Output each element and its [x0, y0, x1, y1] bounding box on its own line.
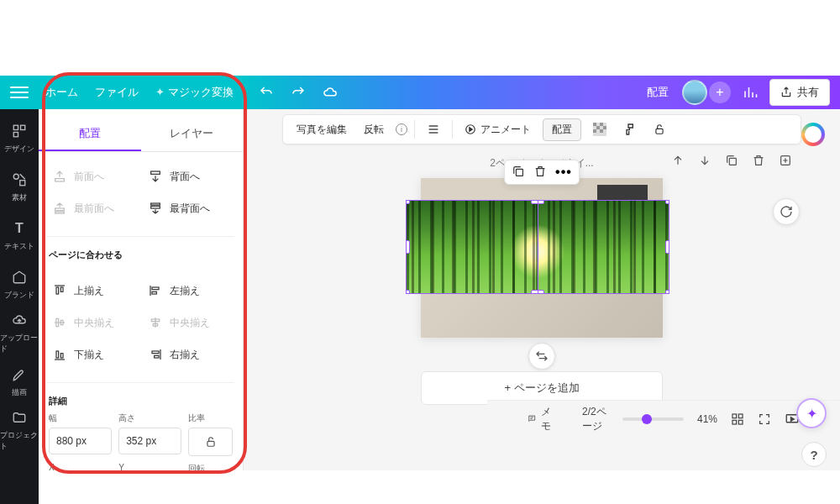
resize-handle-br[interactable] [665, 290, 669, 294]
align-left-button[interactable]: 左揃え [143, 276, 235, 305]
resize-handle-tl[interactable] [406, 200, 410, 204]
top-arrange-button[interactable]: 配置 [640, 81, 675, 103]
transparency-icon[interactable] [588, 119, 612, 139]
ratio-lock-button[interactable] [188, 428, 233, 456]
align-top-button[interactable]: 上揃え [47, 276, 139, 305]
magic-fab[interactable]: ✦ [796, 398, 827, 428]
rail-elements[interactable]: 素材 [0, 163, 39, 210]
swap-button[interactable] [528, 343, 555, 370]
selected-image[interactable] [406, 200, 669, 294]
rail-upload[interactable]: アップロード [0, 309, 39, 356]
arrange-button[interactable]: 配置 [543, 118, 581, 141]
bring-forward-button: 前面へ [47, 162, 139, 191]
mini-duplicate-icon[interactable] [512, 165, 525, 180]
edit-photo-button[interactable]: 写真を編集 [291, 119, 352, 140]
rail-text[interactable]: Tテキスト [0, 212, 39, 259]
resize-handle-mr[interactable] [665, 240, 669, 254]
delete-page-icon[interactable] [751, 153, 766, 168]
resize-handle-tr[interactable] [665, 200, 669, 204]
flip-button[interactable]: 反転 [359, 119, 389, 140]
topmenu-home[interactable]: ホーム [45, 85, 78, 100]
svg-rect-8 [55, 212, 65, 213]
align-bottom-button[interactable]: 下揃え [47, 340, 139, 369]
fit-to-page-heading: ページに合わせる [39, 240, 243, 266]
regenerate-button[interactable] [773, 198, 800, 225]
resize-handle-bl[interactable] [406, 290, 410, 294]
send-to-back-button[interactable]: 最背面へ [143, 194, 235, 223]
svg-rect-4 [20, 180, 25, 185]
svg-rect-46 [738, 414, 743, 418]
arrange-panel: 配置 レイヤー 前面へ 背面へ 最前面へ 最背面へ ページに合わせる 上揃え 左… [39, 109, 244, 470]
svg-rect-10 [150, 203, 160, 205]
notes-button[interactable]: メモ [528, 405, 555, 433]
svg-rect-5 [55, 179, 65, 181]
align-center-icon [148, 315, 163, 330]
notes-icon [528, 412, 536, 425]
rail-draw[interactable]: 描画 [0, 358, 39, 405]
rail-brand[interactable]: ブランド [0, 260, 39, 307]
rail-projects[interactable]: プロジェクト [0, 407, 39, 454]
svg-rect-24 [56, 351, 59, 358]
help-icon: ? [810, 448, 817, 462]
resize-handle-bm[interactable] [531, 290, 544, 294]
avatar[interactable] [682, 80, 707, 105]
page-indicator[interactable]: 2/2ページ [582, 405, 609, 433]
zoom-slider[interactable] [622, 417, 684, 421]
lock-icon [205, 436, 217, 448]
lock-icon[interactable] [648, 120, 670, 139]
align-right-button[interactable]: 右揃え [143, 340, 235, 369]
draw-icon [10, 365, 29, 384]
details-heading: 詳細 [39, 386, 243, 412]
canva-logo-badge[interactable] [801, 123, 825, 146]
share-button[interactable]: 共有 [769, 79, 830, 106]
redo-icon[interactable] [286, 80, 311, 105]
tab-arrange[interactable]: 配置 [39, 118, 141, 151]
svg-rect-37 [596, 126, 600, 129]
fullscreen-icon[interactable] [758, 412, 771, 426]
analytics-icon[interactable] [738, 80, 763, 105]
svg-rect-0 [13, 125, 18, 129]
info-icon[interactable]: i [396, 123, 407, 135]
width-input[interactable] [49, 428, 112, 454]
resize-handle-tm[interactable] [531, 200, 544, 204]
send-backward-button[interactable]: 背面へ [143, 162, 235, 191]
animate-button[interactable]: アニメート [459, 119, 536, 140]
send-backward-icon [148, 169, 163, 184]
swap-icon [535, 349, 549, 363]
bring-to-front-icon [52, 201, 67, 216]
selection-mini-toolbar: ••• [504, 160, 580, 185]
help-fab[interactable]: ? [801, 442, 827, 467]
width-label: 幅 [49, 412, 112, 424]
align-center-button: 中央揃え [143, 308, 235, 337]
align-menu-icon[interactable] [422, 119, 445, 139]
svg-point-3 [13, 174, 18, 179]
svg-rect-39 [593, 129, 596, 133]
undo-icon[interactable] [254, 80, 279, 105]
grid-view-icon[interactable] [731, 412, 744, 426]
page-canvas[interactable] [421, 178, 663, 338]
move-down-icon[interactable] [697, 153, 712, 168]
folder-icon [10, 408, 29, 427]
svg-rect-45 [732, 414, 737, 418]
add-member-icon[interactable]: + [709, 81, 731, 103]
svg-rect-27 [152, 351, 159, 354]
tab-layer[interactable]: レイヤー [141, 118, 244, 151]
svg-rect-35 [593, 123, 596, 126]
rail-design[interactable]: デザイン [0, 114, 39, 161]
topmenu-magic[interactable]: ✦ マジック変換 [155, 85, 234, 100]
align-top-icon [52, 283, 67, 298]
svg-rect-9 [150, 206, 160, 208]
svg-rect-12 [56, 287, 59, 294]
duplicate-page-icon[interactable] [724, 153, 739, 168]
zoom-percent[interactable]: 41% [697, 413, 717, 425]
topmenu-file[interactable]: ファイル [95, 85, 139, 100]
mini-delete-icon[interactable] [533, 165, 547, 180]
menu-hamburger-icon[interactable] [10, 83, 29, 102]
height-input[interactable] [118, 428, 181, 454]
mini-more-icon[interactable]: ••• [555, 165, 572, 180]
style-copy-icon[interactable] [618, 119, 642, 139]
resize-handle-ml[interactable] [406, 240, 410, 254]
cloud-sync-icon[interactable] [318, 80, 343, 105]
add-page-icon[interactable] [778, 153, 793, 168]
move-up-icon[interactable] [670, 153, 685, 168]
